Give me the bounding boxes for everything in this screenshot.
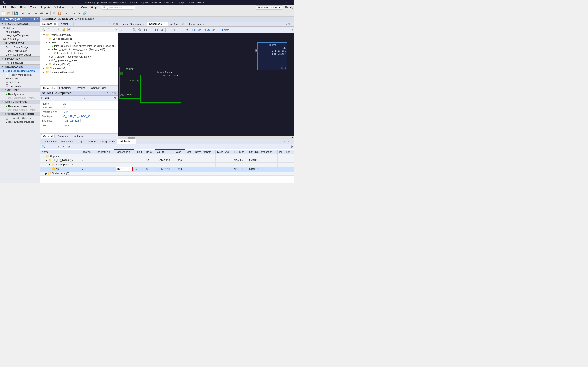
nav-open-hardware-manager[interactable]: Open Hardware Manager	[0, 120, 40, 124]
netlist-tab-close-icon[interactable]: ✕	[69, 23, 71, 25]
bottom-help-icon[interactable]: ?	[284, 140, 285, 143]
undo-button[interactable]: ↩	[21, 11, 26, 16]
tab-project-summary[interactable]: Project Summary ✕	[119, 22, 147, 26]
sch-refresh2-button[interactable]: ↺	[185, 27, 190, 32]
tree-default-clock[interactable]: ● demo_sg_default_clock_driver : demo_sg…	[40, 44, 118, 48]
sources-search-button[interactable]: 🔍	[41, 27, 46, 31]
schematic-tab-close-icon[interactable]: ✕	[164, 23, 165, 25]
nav-settings[interactable]: ⚙ Settings	[0, 26, 40, 30]
menu-tools[interactable]: Tools	[28, 6, 38, 10]
nav-run-simulation[interactable]: Run Simulation	[0, 61, 40, 65]
schematic-help-icon[interactable]: ?	[286, 23, 287, 25]
sources-help-icon[interactable]: ?	[108, 23, 110, 25]
sfp-package-pin-value[interactable]: J14	[63, 110, 77, 114]
schematic-canvas[interactable]: ila_inst + clk probe0[31:0] ● probe1[31:…	[118, 33, 294, 136]
sfp-tab-general[interactable]: General	[41, 134, 55, 138]
nav-generate-bitstream[interactable]: 🔲 Generate Bitstream	[0, 116, 40, 120]
sfp-minimize-icon[interactable]: ─	[109, 92, 111, 94]
open-button[interactable]: 📂	[6, 11, 11, 16]
sfp-settings-button[interactable]: ⚙	[112, 96, 117, 100]
tab-log[interactable]: Log	[75, 140, 84, 144]
sfp-tab-configure[interactable]: Configure	[71, 134, 86, 138]
tree-design-sources[interactable]: ▼ 📁 Design Sources (5)	[40, 33, 118, 37]
flow-nav-pin-icon[interactable]: 📌	[29, 18, 32, 21]
schematic-settings-icon[interactable]: ⚙	[290, 28, 293, 32]
clk-pull-dropdown[interactable]: NONE ▼	[234, 168, 246, 170]
sch-zoom-out-button[interactable]: 🔍	[132, 27, 137, 32]
flow-nav-help-icon[interactable]: ?	[36, 18, 38, 21]
tree-sim-sources[interactable]: ▶ 📁 Simulation Sources (8)	[40, 70, 118, 74]
nav-create-block-design[interactable]: Create Block Design	[0, 45, 40, 49]
menu-window[interactable]: Window	[52, 6, 66, 10]
ila-plus-icon[interactable]: +	[255, 49, 258, 52]
bottom-close-icon[interactable]: ✕	[291, 140, 293, 143]
sources-close-icon[interactable]: ✕	[116, 23, 118, 26]
tree-shift-op[interactable]: ● shift_op (convert_type.v)	[40, 58, 118, 62]
sch-forward-button[interactable]: →	[125, 27, 130, 32]
redo-button[interactable]: ↪	[26, 11, 31, 16]
maximize-button[interactable]: □	[286, 1, 288, 4]
sfp-back-button[interactable]: ←	[76, 96, 81, 100]
row-all-ports[interactable]: ▼ 📁 All ports (1)	[40, 154, 294, 158]
menu-file[interactable]: File	[1, 6, 9, 10]
nav-run-implementation[interactable]: ▶ Run Implementation	[0, 104, 40, 108]
delete-button[interactable]: ✕	[77, 11, 82, 16]
clk-package-pin-dropdown[interactable]: J14 ▼	[116, 167, 132, 171]
project-summary-close-icon[interactable]: ✕	[142, 23, 144, 25]
nav-ip-catalog[interactable]: 📦 IP Catalog	[0, 37, 40, 41]
row-clk[interactable]: 🟡 clk IN J14 ▼ ✓	[40, 167, 294, 171]
ip-integrator-header[interactable]: ▼ IP INTEGRATOR	[0, 41, 40, 45]
sfp-net-value[interactable]: ■clk	[63, 124, 77, 127]
sch-subtract-button[interactable]: ─	[179, 27, 184, 32]
schematic-maximize-icon[interactable]: □	[288, 23, 290, 25]
run-button[interactable]: ▶	[33, 11, 38, 16]
io-settings2-button[interactable]: ⊟	[66, 144, 71, 149]
sources-sort-button[interactable]: ⇅	[46, 27, 51, 31]
sfp-forward-button[interactable]: →	[82, 96, 86, 100]
tree-constraints[interactable]: ▶ 📁 Constraints (2)	[40, 66, 118, 70]
sources-minimize-icon[interactable]: ─	[111, 23, 113, 25]
project-manager-header[interactable]: ▼ PROJECT MANAGER	[0, 22, 40, 26]
step-button[interactable]: ⏭	[39, 11, 44, 16]
sch-fit-button[interactable]: ⊡	[143, 27, 148, 32]
subtab-hierarchy[interactable]: Hierarchy	[41, 86, 57, 90]
io-gear-icon[interactable]: ⚙	[290, 145, 293, 148]
nav-run-synthesis[interactable]: ▶ Run Synthesis	[0, 92, 40, 96]
layout-selector[interactable]: ⊞ Default Layout ▼	[256, 5, 283, 10]
sch-zoom-in-button[interactable]: 🔍	[137, 27, 142, 32]
implementation-header[interactable]: ▼ IMPLEMENTATION	[0, 100, 40, 104]
nav-generate-block-design[interactable]: Generate Block Design	[0, 53, 40, 56]
schematic-scroll-right-icon[interactable]: ▶	[292, 136, 294, 139]
schematic-hscrollbar[interactable]: ▶	[118, 136, 294, 139]
ila-veo-close-icon[interactable]: ✕	[182, 23, 184, 25]
io-filter-button[interactable]: ↑	[51, 144, 56, 149]
clk-intf-offchip-dropdown[interactable]: NONE ▼	[249, 159, 276, 162]
synthesis-header[interactable]: ▼ SYNTHESIS	[0, 88, 40, 92]
ila-block[interactable]: ila_inst + clk probe0[31:0] ● probe1[31:…	[257, 42, 287, 70]
sfp-tab-properties[interactable]: Properties	[55, 134, 70, 138]
io-ports-close-icon[interactable]: ✕	[132, 140, 134, 143]
tab-demo-sg-v[interactable]: demo_sg.v ✕	[186, 22, 207, 26]
paste-button[interactable]: 📋	[57, 11, 62, 16]
sch-pin-left-button[interactable]: +	[166, 27, 172, 32]
close-button[interactable]: ✕	[290, 1, 292, 4]
menu-edit[interactable]: Edit	[9, 6, 18, 10]
row-clk-intf[interactable]: ▼ 📁 clk_intf_16968 (1) IN 35 LVCMOS18 1.…	[40, 158, 294, 162]
tree-demo-sg[interactable]: ▼ ● demo_sg (demo_sg.v) (3)	[40, 41, 118, 44]
nav-report-methodology[interactable]: 📄 Report Methodology	[0, 73, 40, 77]
sources-lock-button[interactable]: 🔒	[61, 27, 66, 31]
subtab-compile-order[interactable]: Compile Order	[88, 86, 108, 90]
schematic-hscroll-thumb[interactable]	[128, 137, 135, 139]
sfp-help-icon[interactable]: ?	[107, 92, 108, 94]
io-sort-button[interactable]: ⇅	[46, 144, 51, 149]
new-file-button[interactable]: 📄	[1, 11, 6, 16]
simulation-header[interactable]: ▼ SIMULATION	[0, 56, 40, 61]
tab-io-ports[interactable]: I/O Ports ✕	[117, 139, 136, 144]
sigma-button[interactable]: Σ	[64, 11, 69, 16]
nav-report-noise[interactable]: Report Noise	[0, 80, 40, 84]
minimize-button[interactable]: ─	[283, 1, 285, 4]
quick-access-search[interactable]: 🔍 Quick Access	[101, 5, 135, 10]
link-button[interactable]: 🔗	[82, 11, 87, 16]
sch-refresh-button[interactable]: ↺	[159, 27, 164, 32]
program-debug-header[interactable]: ▼ PROGRAM AND DEBUG	[0, 112, 40, 116]
